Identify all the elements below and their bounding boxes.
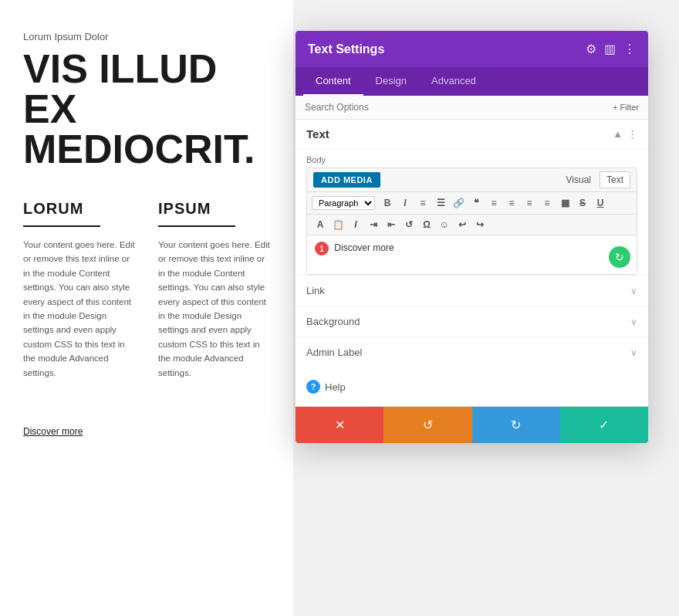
modal-tabs: Content Design Advanced (296, 67, 648, 96)
special-char-button[interactable]: Ω (418, 216, 435, 233)
two-col-section: LORUM Your content goes here. Edit or re… (23, 200, 270, 380)
background-section[interactable]: Background ∨ (296, 306, 648, 337)
wp-editor: ADD MEDIA Visual Text Paragraph B I ≡ ☰ … (306, 168, 637, 275)
link-section[interactable]: Link ∨ (296, 275, 648, 306)
editor-text: Discover more (334, 242, 394, 253)
save-icon[interactable]: ↻ (609, 246, 630, 268)
text-settings-modal: Text Settings ⚙ ▥ ⋮ Content Design Advan… (296, 31, 648, 443)
align-justify-button[interactable]: ≡ (539, 195, 556, 212)
editor-tab-visual[interactable]: Visual (559, 171, 598, 188)
discover-more-link[interactable]: Discover more (23, 426, 270, 437)
font-color-button[interactable]: A (312, 216, 329, 233)
blockquote-button[interactable]: ❝ (468, 195, 485, 212)
body-label: Body (296, 149, 648, 168)
bold-button[interactable]: B (379, 195, 396, 212)
background-label: Background (306, 316, 360, 327)
indent-button[interactable]: ⇥ (365, 216, 382, 233)
refresh-button[interactable]: ↻ (472, 407, 560, 443)
undo-button[interactable]: ↺ (400, 216, 417, 233)
page-background: Lorum Ipsum Dolor VIS ILLUD EX MEDIOCRIT… (0, 0, 293, 616)
text-section-header: Text ▲ ⋮ (296, 120, 648, 149)
editor-tabs: Visual Text (559, 171, 630, 188)
more-options-icon[interactable]: ⋮ (623, 42, 636, 56)
editor-tab-text[interactable]: Text (600, 171, 630, 188)
unordered-list-button[interactable]: ≡ (414, 195, 431, 212)
italic2-button[interactable]: I (347, 216, 364, 233)
modal-body: Text ▲ ⋮ Body ADD MEDIA Visual Text Para… (296, 120, 648, 406)
modal-footer: ✕ ↺ ↻ ✓ (296, 406, 648, 443)
paragraph-select[interactable]: Paragraph (312, 196, 375, 210)
toolbar-row-2: A 📋 I ⇥ ⇤ ↺ Ω ☺ ↩ ↪ (307, 215, 637, 235)
page-subtitle: Lorum Ipsum Dolor (23, 31, 270, 42)
align-right-button[interactable]: ≡ (521, 195, 538, 212)
collapse-icon[interactable]: ▲ (613, 128, 623, 140)
link-chevron-icon: ∨ (630, 286, 637, 296)
emoji-button[interactable]: ☺ (436, 216, 453, 233)
italic-button[interactable]: I (397, 195, 414, 212)
admin-label: Admin Label (306, 347, 362, 358)
editor-topbar: ADD MEDIA Visual Text (307, 168, 637, 192)
tab-advanced[interactable]: Advanced (419, 67, 488, 96)
redo-button[interactable]: ↪ (471, 216, 488, 233)
col2-heading: IPSUM (158, 200, 270, 218)
col2: IPSUM Your content goes here. Edit or re… (158, 200, 270, 380)
section-header-icons: ▲ ⋮ (613, 128, 637, 140)
strikethrough-button[interactable]: S (574, 195, 591, 212)
section-more-icon[interactable]: ⋮ (627, 128, 637, 140)
col2-divider (158, 225, 235, 227)
text-section-title: Text (306, 127, 329, 140)
link-label: Link (306, 285, 325, 296)
toolbar-row-1: Paragraph B I ≡ ☰ 🔗 ❝ ≡ ≡ ≡ ≡ ▦ S U (307, 192, 637, 215)
table-button[interactable]: ▦ (556, 195, 573, 212)
align-left-button[interactable]: ≡ (485, 195, 502, 212)
tab-content[interactable]: Content (303, 67, 363, 96)
outdent-button[interactable]: ⇤ (383, 216, 400, 233)
search-input[interactable] (305, 102, 613, 113)
ordered-list-button[interactable]: ☰ (432, 195, 449, 212)
col1: LORUM Your content goes here. Edit or re… (23, 200, 135, 380)
tab-design[interactable]: Design (363, 67, 419, 96)
background-chevron-icon: ∨ (630, 316, 637, 327)
underline-button[interactable]: U (592, 195, 609, 212)
hero-title: VIS ILLUD EX MEDIOCRIT. (23, 49, 270, 169)
undo2-button[interactable]: ↩ (454, 216, 471, 233)
settings-icon[interactable]: ⚙ (586, 42, 596, 56)
search-bar: + Filter (296, 96, 648, 120)
admin-label-section[interactable]: Admin Label ∨ (296, 337, 648, 367)
badge-1: 1 (315, 242, 329, 256)
col1-heading: LORUM (23, 200, 135, 218)
paste-button[interactable]: 📋 (329, 216, 346, 233)
align-center-button[interactable]: ≡ (503, 195, 520, 212)
admin-label-chevron-icon: ∨ (630, 347, 637, 358)
help-icon: ? (306, 380, 320, 394)
help-label: Help (325, 381, 346, 393)
help-row: ? Help (296, 367, 648, 406)
columns-icon[interactable]: ▥ (604, 42, 616, 56)
modal-header: Text Settings ⚙ ▥ ⋮ (296, 31, 648, 67)
save-button[interactable]: ✓ (560, 407, 648, 443)
col2-text: Your content goes here. Edit or remove t… (158, 238, 270, 380)
add-media-button[interactable]: ADD MEDIA (313, 172, 380, 188)
link-button[interactable]: 🔗 (450, 195, 467, 212)
modal-title: Text Settings (308, 42, 384, 56)
editor-content[interactable]: 1 Discover more ↻ (307, 235, 637, 274)
cancel-button[interactable]: ✕ (296, 407, 383, 443)
col1-divider (23, 225, 100, 227)
modal-header-actions: ⚙ ▥ ⋮ (586, 42, 636, 56)
filter-button[interactable]: + Filter (613, 103, 639, 112)
reset-button[interactable]: ↺ (383, 407, 471, 443)
col1-text: Your content goes here. Edit or remove t… (23, 238, 135, 380)
